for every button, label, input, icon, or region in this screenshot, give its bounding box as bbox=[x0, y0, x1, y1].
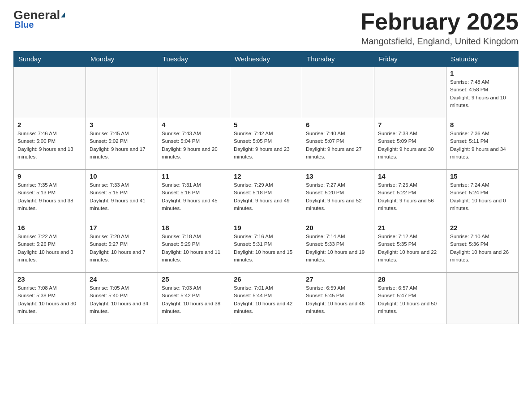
col-header-sunday: Sunday bbox=[14, 51, 86, 67]
calendar-cell: 12Sunrise: 7:29 AMSunset: 5:18 PMDayligh… bbox=[230, 170, 302, 221]
day-number: 19 bbox=[234, 224, 298, 231]
calendar-cell: 17Sunrise: 7:20 AMSunset: 5:27 PMDayligh… bbox=[86, 221, 158, 273]
day-number: 13 bbox=[306, 172, 370, 180]
calendar-cell: 7Sunrise: 7:38 AMSunset: 5:09 PMDaylight… bbox=[374, 118, 446, 170]
calendar-header-row: SundayMondayTuesdayWednesdayThursdayFrid… bbox=[14, 51, 519, 67]
calendar-cell: 8Sunrise: 7:36 AMSunset: 5:11 PMDaylight… bbox=[446, 118, 519, 170]
day-info: Sunrise: 7:05 AMSunset: 5:40 PMDaylight:… bbox=[90, 284, 154, 315]
day-info: Sunrise: 7:46 AMSunset: 5:00 PMDaylight:… bbox=[17, 130, 82, 161]
day-number: 18 bbox=[162, 224, 226, 231]
day-info: Sunrise: 7:22 AMSunset: 5:26 PMDaylight:… bbox=[17, 233, 82, 264]
calendar-cell: 21Sunrise: 7:12 AMSunset: 5:35 PMDayligh… bbox=[374, 221, 446, 273]
day-info: Sunrise: 7:16 AMSunset: 5:31 PMDaylight:… bbox=[234, 233, 298, 264]
day-info: Sunrise: 7:20 AMSunset: 5:27 PMDaylight:… bbox=[90, 233, 154, 264]
day-number: 17 bbox=[90, 224, 154, 231]
day-number: 6 bbox=[306, 121, 370, 128]
calendar: SundayMondayTuesdayWednesdayThursdayFrid… bbox=[13, 51, 519, 324]
calendar-cell: 26Sunrise: 7:01 AMSunset: 5:44 PMDayligh… bbox=[230, 273, 302, 324]
calendar-cell bbox=[302, 67, 374, 118]
calendar-cell: 5Sunrise: 7:42 AMSunset: 5:05 PMDaylight… bbox=[230, 118, 302, 170]
week-row-1: 1Sunrise: 7:48 AMSunset: 4:58 PMDaylight… bbox=[14, 67, 519, 118]
calendar-cell: 1Sunrise: 7:48 AMSunset: 4:58 PMDaylight… bbox=[446, 67, 519, 118]
calendar-cell: 9Sunrise: 7:35 AMSunset: 5:13 PMDaylight… bbox=[14, 170, 86, 221]
day-number: 25 bbox=[162, 275, 226, 283]
day-info: Sunrise: 7:36 AMSunset: 5:11 PMDaylight:… bbox=[450, 130, 515, 161]
day-number: 5 bbox=[234, 121, 298, 128]
calendar-cell: 18Sunrise: 7:18 AMSunset: 5:29 PMDayligh… bbox=[158, 221, 230, 273]
week-row-5: 23Sunrise: 7:08 AMSunset: 5:38 PMDayligh… bbox=[14, 273, 519, 324]
day-number: 2 bbox=[17, 121, 82, 128]
calendar-cell bbox=[158, 67, 230, 118]
col-header-monday: Monday bbox=[86, 51, 158, 67]
day-number: 24 bbox=[90, 275, 154, 283]
day-number: 7 bbox=[378, 121, 442, 128]
calendar-cell bbox=[230, 67, 302, 118]
day-info: Sunrise: 7:31 AMSunset: 5:16 PMDaylight:… bbox=[162, 181, 226, 212]
day-info: Sunrise: 7:27 AMSunset: 5:20 PMDaylight:… bbox=[306, 181, 370, 212]
day-info: Sunrise: 6:59 AMSunset: 5:45 PMDaylight:… bbox=[306, 284, 370, 315]
day-info: Sunrise: 7:25 AMSunset: 5:22 PMDaylight:… bbox=[378, 181, 442, 212]
calendar-cell: 3Sunrise: 7:45 AMSunset: 5:02 PMDaylight… bbox=[86, 118, 158, 170]
day-number: 27 bbox=[306, 275, 370, 283]
day-number: 14 bbox=[378, 172, 442, 180]
day-number: 9 bbox=[17, 172, 82, 180]
day-info: Sunrise: 7:48 AMSunset: 4:58 PMDaylight:… bbox=[450, 78, 515, 109]
calendar-cell: 10Sunrise: 7:33 AMSunset: 5:15 PMDayligh… bbox=[86, 170, 158, 221]
calendar-cell: 19Sunrise: 7:16 AMSunset: 5:31 PMDayligh… bbox=[230, 221, 302, 273]
week-row-2: 2Sunrise: 7:46 AMSunset: 5:00 PMDaylight… bbox=[14, 118, 519, 170]
calendar-cell: 16Sunrise: 7:22 AMSunset: 5:26 PMDayligh… bbox=[14, 221, 86, 273]
day-info: Sunrise: 7:12 AMSunset: 5:35 PMDaylight:… bbox=[378, 233, 442, 264]
day-number: 3 bbox=[90, 121, 154, 128]
calendar-cell: 23Sunrise: 7:08 AMSunset: 5:38 PMDayligh… bbox=[14, 273, 86, 324]
day-number: 20 bbox=[306, 224, 370, 231]
calendar-cell: 28Sunrise: 6:57 AMSunset: 5:47 PMDayligh… bbox=[374, 273, 446, 324]
calendar-cell bbox=[86, 67, 158, 118]
calendar-cell: 20Sunrise: 7:14 AMSunset: 5:33 PMDayligh… bbox=[302, 221, 374, 273]
calendar-cell: 27Sunrise: 6:59 AMSunset: 5:45 PMDayligh… bbox=[302, 273, 374, 324]
col-header-tuesday: Tuesday bbox=[158, 51, 230, 67]
calendar-cell: 6Sunrise: 7:40 AMSunset: 5:07 PMDaylight… bbox=[302, 118, 374, 170]
location: Mangotsfield, England, United Kingdom bbox=[360, 36, 519, 47]
calendar-cell: 4Sunrise: 7:43 AMSunset: 5:04 PMDaylight… bbox=[158, 118, 230, 170]
day-number: 11 bbox=[162, 172, 226, 180]
day-info: Sunrise: 7:24 AMSunset: 5:24 PMDaylight:… bbox=[450, 181, 515, 212]
title-area: February 2025 Mangotsfield, England, Uni… bbox=[360, 9, 519, 47]
day-number: 4 bbox=[162, 121, 226, 128]
day-number: 1 bbox=[450, 69, 515, 77]
day-info: Sunrise: 7:29 AMSunset: 5:18 PMDaylight:… bbox=[234, 181, 298, 212]
day-number: 21 bbox=[378, 224, 442, 231]
day-number: 23 bbox=[17, 275, 82, 283]
day-number: 8 bbox=[450, 121, 515, 128]
day-info: Sunrise: 7:01 AMSunset: 5:44 PMDaylight:… bbox=[234, 284, 298, 315]
calendar-cell: 2Sunrise: 7:46 AMSunset: 5:00 PMDaylight… bbox=[14, 118, 86, 170]
day-number: 10 bbox=[90, 172, 154, 180]
calendar-cell: 25Sunrise: 7:03 AMSunset: 5:42 PMDayligh… bbox=[158, 273, 230, 324]
col-header-thursday: Thursday bbox=[302, 51, 374, 67]
day-info: Sunrise: 7:42 AMSunset: 5:05 PMDaylight:… bbox=[234, 130, 298, 161]
day-info: Sunrise: 7:14 AMSunset: 5:33 PMDaylight:… bbox=[306, 233, 370, 264]
calendar-cell bbox=[446, 273, 519, 324]
logo-blue: Blue bbox=[14, 20, 34, 30]
calendar-cell bbox=[14, 67, 86, 118]
calendar-cell: 24Sunrise: 7:05 AMSunset: 5:40 PMDayligh… bbox=[86, 273, 158, 324]
col-header-wednesday: Wednesday bbox=[230, 51, 302, 67]
day-info: Sunrise: 7:33 AMSunset: 5:15 PMDaylight:… bbox=[90, 181, 154, 212]
month-title: February 2025 bbox=[360, 9, 519, 34]
calendar-cell: 22Sunrise: 7:10 AMSunset: 5:36 PMDayligh… bbox=[446, 221, 519, 273]
week-row-3: 9Sunrise: 7:35 AMSunset: 5:13 PMDaylight… bbox=[14, 170, 519, 221]
day-info: Sunrise: 7:18 AMSunset: 5:29 PMDaylight:… bbox=[162, 233, 226, 264]
day-number: 28 bbox=[378, 275, 442, 283]
week-row-4: 16Sunrise: 7:22 AMSunset: 5:26 PMDayligh… bbox=[14, 221, 519, 273]
day-info: Sunrise: 7:03 AMSunset: 5:42 PMDaylight:… bbox=[162, 284, 226, 315]
day-info: Sunrise: 7:45 AMSunset: 5:02 PMDaylight:… bbox=[90, 130, 154, 161]
calendar-cell: 15Sunrise: 7:24 AMSunset: 5:24 PMDayligh… bbox=[446, 170, 519, 221]
col-header-friday: Friday bbox=[374, 51, 446, 67]
logo: General Blue bbox=[13, 9, 65, 30]
day-info: Sunrise: 7:43 AMSunset: 5:04 PMDaylight:… bbox=[162, 130, 226, 161]
day-number: 22 bbox=[450, 224, 515, 231]
day-info: Sunrise: 7:35 AMSunset: 5:13 PMDaylight:… bbox=[17, 181, 82, 212]
col-header-saturday: Saturday bbox=[446, 51, 519, 67]
day-info: Sunrise: 7:38 AMSunset: 5:09 PMDaylight:… bbox=[378, 130, 442, 161]
calendar-cell: 13Sunrise: 7:27 AMSunset: 5:20 PMDayligh… bbox=[302, 170, 374, 221]
calendar-cell: 14Sunrise: 7:25 AMSunset: 5:22 PMDayligh… bbox=[374, 170, 446, 221]
